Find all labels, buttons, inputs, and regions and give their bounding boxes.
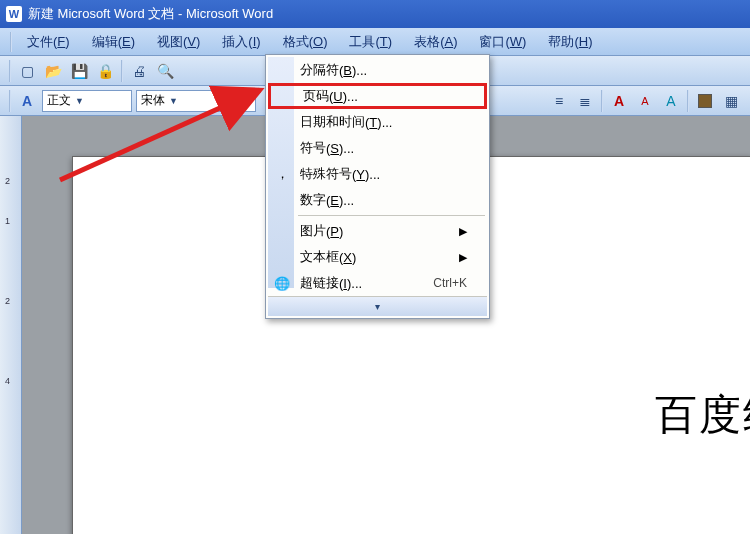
insert-number-item[interactable]: 数字(E)... (268, 187, 487, 213)
permission-button[interactable]: 🔒 (93, 59, 117, 83)
open-button[interactable]: 📂 (41, 59, 65, 83)
font-shrink-button[interactable]: A (633, 89, 657, 113)
menu-tools[interactable]: 工具(T) (338, 29, 403, 55)
submenu-arrow-icon: ▶ (459, 225, 467, 238)
borders-button[interactable]: ▦ (719, 89, 743, 113)
menu-window[interactable]: 窗口(W) (468, 29, 537, 55)
insert-page-number-item[interactable]: 页码(U)... (268, 83, 487, 109)
font-combo[interactable]: 宋体▼ (136, 90, 256, 112)
comma-icon: ， (274, 166, 290, 182)
insert-hyperlink-item[interactable]: 🌐 超链接(I)... Ctrl+K (268, 270, 487, 296)
save-button[interactable]: 💾 (67, 59, 91, 83)
styles-button[interactable]: A (15, 89, 39, 113)
insert-datetime-item[interactable]: 日期和时间(T)... (268, 109, 487, 135)
highlight-color-button[interactable] (693, 89, 717, 113)
character-scaling-button[interactable]: A (659, 89, 683, 113)
print-preview-button[interactable]: 🔍 (153, 59, 177, 83)
insert-textbox-item[interactable]: 文本框(X) ▶ (268, 244, 487, 270)
toolbar-grip (9, 60, 11, 82)
vertical-ruler[interactable]: 2 1 2 4 (0, 116, 22, 534)
menu-format[interactable]: 格式(O) (272, 29, 339, 55)
menu-view[interactable]: 视图(V) (146, 29, 211, 55)
print-button[interactable]: 🖨 (127, 59, 151, 83)
ruler-tick: 4 (5, 376, 10, 386)
shortcut-label: Ctrl+K (433, 276, 467, 290)
ruler-tick: 2 (5, 176, 10, 186)
menu-file[interactable]: 文件(F) (16, 29, 81, 55)
insert-special-symbol-item[interactable]: ， 特殊符号(Y)... (268, 161, 487, 187)
submenu-arrow-icon: ▶ (459, 251, 467, 264)
separator (121, 60, 123, 82)
separator (601, 90, 603, 112)
expand-menu-button[interactable]: ▾ (268, 296, 487, 316)
align-center-button[interactable]: ≣ (573, 89, 597, 113)
chevron-down-icon: ▼ (75, 96, 84, 106)
insert-break-item[interactable]: 分隔符(B)... (268, 57, 487, 83)
globe-link-icon: 🌐 (274, 275, 290, 291)
menu-bar: 文件(F) 编辑(E) 视图(V) 插入(I) 格式(O) 工具(T) 表格(A… (0, 28, 750, 56)
chevron-down-icon: ▾ (375, 301, 380, 312)
document-body-text: 百度经验 (655, 387, 750, 443)
separator (687, 90, 689, 112)
menu-edit[interactable]: 编辑(E) (81, 29, 146, 55)
ruler-tick: 2 (5, 296, 10, 306)
chevron-down-icon: ▼ (169, 96, 178, 106)
app-icon: W (6, 6, 22, 22)
insert-dropdown: 分隔符(B)... 页码(U)... 日期和时间(T)... 符号(S)... … (265, 54, 490, 319)
insert-symbol-item[interactable]: 符号(S)... (268, 135, 487, 161)
align-left-button[interactable]: ≡ (547, 89, 571, 113)
insert-picture-item[interactable]: 图片(P) ▶ (268, 218, 487, 244)
font-grow-button[interactable]: A (607, 89, 631, 113)
style-combo[interactable]: 正文▼ (42, 90, 132, 112)
ruler-tick: 1 (5, 216, 10, 226)
menu-insert[interactable]: 插入(I) (211, 29, 271, 55)
menu-help[interactable]: 帮助(H) (537, 29, 603, 55)
menu-table[interactable]: 表格(A) (403, 29, 468, 55)
menu-separator (298, 215, 485, 216)
window-title: 新建 Microsoft Word 文档 - Microsoft Word (28, 5, 273, 23)
new-doc-button[interactable]: ▢ (15, 59, 39, 83)
title-bar: W 新建 Microsoft Word 文档 - Microsoft Word (0, 0, 750, 28)
toolbar-grip (9, 90, 11, 112)
menu-grip (10, 32, 12, 52)
